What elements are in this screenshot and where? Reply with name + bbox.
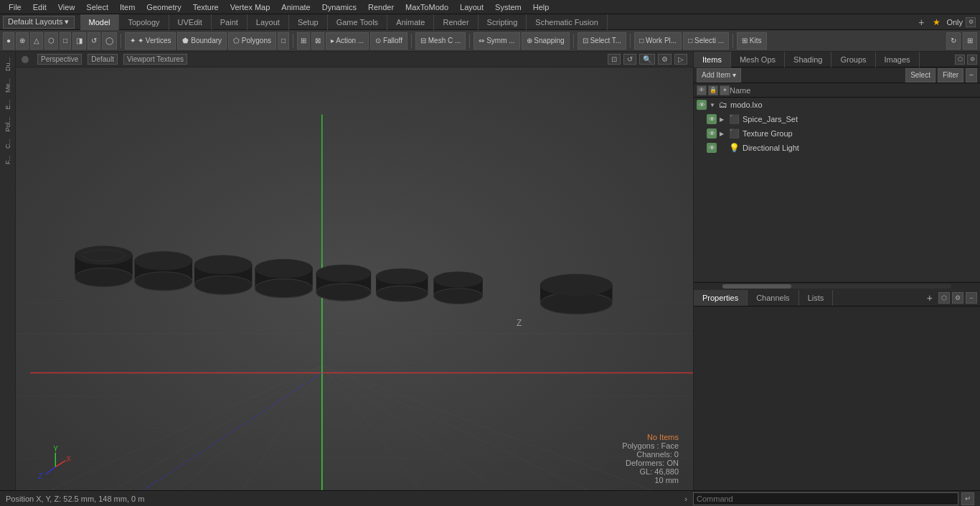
viewport-icon3[interactable]: 🔍 xyxy=(639,54,655,65)
tab-lists[interactable]: Lists xyxy=(799,290,834,306)
menu-help[interactable]: Help xyxy=(527,1,555,13)
command-input[interactable] xyxy=(693,492,958,505)
menu-file[interactable]: File xyxy=(3,1,27,13)
sidebar-label-c[interactable]: C... xyxy=(3,136,13,151)
tab-groups[interactable]: Groups xyxy=(831,52,875,67)
viewport[interactable]: Perspective Default Viewport Textures ⊡ … xyxy=(16,52,693,490)
expand-arrow-3[interactable]: ▶ xyxy=(720,131,727,137)
menu-edit[interactable]: Edit xyxy=(27,1,52,13)
vertices-button[interactable]: ✦ ✦ Vertices xyxy=(125,32,176,50)
menu-system[interactable]: System xyxy=(489,1,527,13)
tab-schematic-fusion[interactable]: Schematic Fusion xyxy=(527,14,607,30)
tab-uvedit[interactable]: UVEdit xyxy=(169,14,212,30)
add-layout-button[interactable]: + xyxy=(915,17,927,28)
tab-render[interactable]: Render xyxy=(434,14,478,30)
tool-circle[interactable]: ◯ xyxy=(102,32,117,50)
boundary-button[interactable]: ⬟ Boundary xyxy=(177,32,227,50)
tab-animate[interactable]: Animate xyxy=(387,14,434,30)
panel-expand-icon[interactable]: ⬡ xyxy=(955,55,965,65)
kits-button[interactable]: ⊞ Kits xyxy=(737,32,766,50)
action-button[interactable]: ▸ Action ... xyxy=(326,32,369,50)
select-i-button[interactable]: □ Selecti ... xyxy=(683,32,729,50)
symm-button[interactable]: ⇔ Symm ... xyxy=(473,32,519,50)
add-item-button[interactable]: Add Item ▾ xyxy=(697,68,741,83)
menu-texture[interactable]: Texture xyxy=(187,1,225,13)
cmd-enter-button[interactable]: ↵ xyxy=(961,492,974,505)
prop-icon-1[interactable]: ⬡ xyxy=(938,292,950,304)
sidebar-label-dup[interactable]: Du... xyxy=(3,55,13,74)
expand-arrow-2[interactable]: ▶ xyxy=(720,116,727,123)
falloff-button[interactable]: ⊙ Falloff xyxy=(370,32,407,50)
layout-dropdown[interactable]: Default Layouts ▾ xyxy=(3,16,75,29)
menu-layout[interactable]: Layout xyxy=(454,1,489,13)
tab-setup[interactable]: Setup xyxy=(289,14,328,30)
tab-shading[interactable]: Shading xyxy=(785,52,831,67)
mode-button[interactable]: □ xyxy=(278,32,289,50)
menu-view[interactable]: View xyxy=(52,1,81,13)
mesh-button[interactable]: ⊟ Mesh C ... xyxy=(415,32,466,50)
menu-dynamics[interactable]: Dynamics xyxy=(316,1,362,13)
items-hscroll[interactable] xyxy=(694,282,980,291)
tree-item-spice-jars[interactable]: 👁 ▶ ⬛ Spice_Jars_Set xyxy=(694,112,980,126)
filter-button[interactable]: Filter xyxy=(938,68,963,83)
tree-item-texture-group[interactable]: 👁 ▶ ⬛ Texture Group xyxy=(694,126,980,141)
col-icon-1[interactable]: 👁 xyxy=(697,85,707,95)
select-button[interactable]: Select xyxy=(905,68,936,83)
viewport-icon5[interactable]: ▷ xyxy=(674,54,687,65)
viewport-icon4[interactable]: ⚙ xyxy=(658,54,672,65)
tab-scripting[interactable]: Scripting xyxy=(479,14,527,30)
tab-channels[interactable]: Channels xyxy=(748,290,798,306)
sidebar-label-mesh[interactable]: Me... xyxy=(3,75,13,95)
tool-cross[interactable]: ⊕ xyxy=(16,32,29,50)
scene-canvas[interactable]: Z xyxy=(16,67,693,490)
tool-sq1[interactable]: □ xyxy=(60,32,71,50)
sym2-button[interactable]: ⊠ xyxy=(311,32,324,50)
filter-minus-button[interactable]: − xyxy=(966,68,977,83)
viewport-icon2[interactable]: ↺ xyxy=(623,54,636,65)
col-icon-3[interactable]: ✦ xyxy=(720,85,730,95)
perspective-dropdown[interactable]: Perspective xyxy=(37,54,82,65)
tree-item-dir-light[interactable]: 👁 💡 Directional Light xyxy=(694,141,980,155)
work-plane-button[interactable]: □ Work Pl... xyxy=(634,32,682,50)
menu-maxtomodo[interactable]: MaxToModo xyxy=(400,1,454,13)
tab-layout[interactable]: Layout xyxy=(248,14,289,30)
sidebar-label-pol[interactable]: Pol... xyxy=(3,114,13,135)
prop-icon-2[interactable]: ⚙ xyxy=(952,292,963,304)
settings-icon[interactable]: ⚙ xyxy=(966,17,976,27)
tab-model[interactable]: Model xyxy=(80,14,120,30)
tool-dot[interactable]: ● xyxy=(3,32,14,50)
vis-eye-icon-3[interactable]: 👁 xyxy=(707,128,717,139)
menu-geometry[interactable]: Geometry xyxy=(141,1,187,13)
vis-eye-icon-4[interactable]: 👁 xyxy=(707,143,717,153)
menu-item[interactable]: Item xyxy=(114,1,141,13)
menu-select[interactable]: Select xyxy=(80,1,114,13)
tab-topology[interactable]: Topology xyxy=(119,14,169,30)
tool-tri[interactable]: △ xyxy=(30,32,43,50)
panel-settings-icon[interactable]: ⚙ xyxy=(967,55,977,65)
tool-sq2[interactable]: ◨ xyxy=(72,32,86,50)
tree-item-modo-lxo[interactable]: 👁 ▼ 🗂 modo.lxo xyxy=(694,98,980,112)
prop-icon-3[interactable]: − xyxy=(966,292,977,304)
sidebar-label-e[interactable]: E... xyxy=(3,97,13,113)
view-layout-button[interactable]: ⊞ xyxy=(963,32,977,50)
col-icon-2[interactable]: 🔒 xyxy=(708,85,718,95)
polygons-button[interactable]: ⬠ Polygons xyxy=(228,32,276,50)
tab-paint[interactable]: Paint xyxy=(212,14,248,30)
sidebar-label-f[interactable]: F... xyxy=(3,153,13,167)
items-list[interactable]: 👁 ▼ 🗂 modo.lxo 👁 ▶ ⬛ Spice_Jars_Set 👁 ▶ … xyxy=(694,98,980,282)
viewport-icon1[interactable]: ⊡ xyxy=(608,54,621,65)
menu-animate[interactable]: Animate xyxy=(275,1,316,13)
menu-render[interactable]: Render xyxy=(362,1,400,13)
expand-arrow[interactable]: ▼ xyxy=(710,102,717,108)
sym1-button[interactable]: ⊞ xyxy=(297,32,310,50)
view-spin-button[interactable]: ↻ xyxy=(946,32,961,50)
tool-rotate[interactable]: ↺ xyxy=(88,32,100,50)
tab-images[interactable]: Images xyxy=(876,52,920,67)
select-t-button[interactable]: ⊡ Select T... xyxy=(578,32,627,50)
tab-gametools[interactable]: Game Tools xyxy=(328,14,388,30)
cmd-arrow-left[interactable]: › xyxy=(682,495,690,503)
menu-vertex-map[interactable]: Vertex Map xyxy=(225,1,276,13)
tab-mesh-ops[interactable]: Mesh Ops xyxy=(731,52,785,67)
snapping-button[interactable]: ⊕ Snapping xyxy=(522,32,570,50)
prop-tab-add[interactable]: + xyxy=(921,292,938,304)
